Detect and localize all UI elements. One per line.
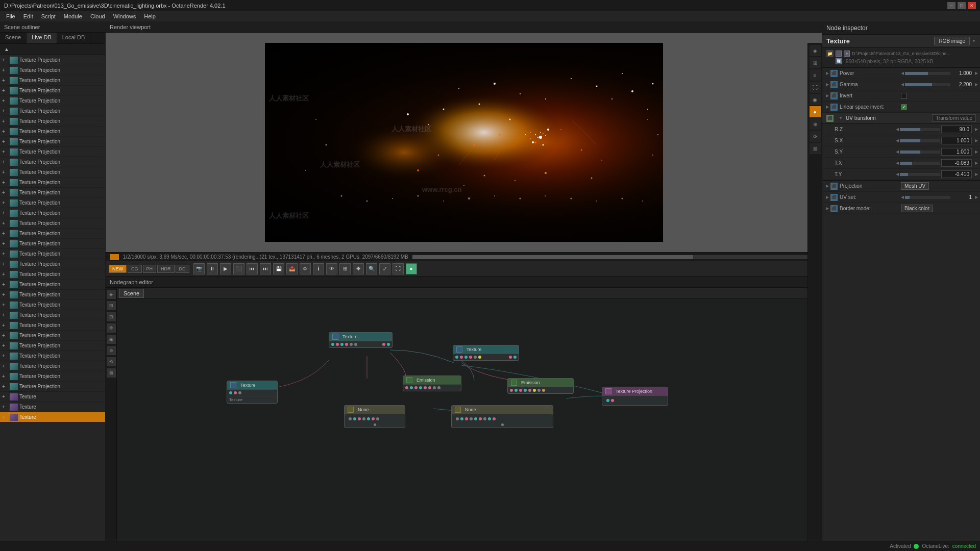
prop-tx-decrease[interactable]: ◀ [896, 161, 899, 165]
prop-sy-increase[interactable]: ▶ [975, 149, 978, 154]
prop-tx-increase[interactable]: ▶ [975, 161, 978, 165]
scene-item-add-16[interactable]: + [2, 220, 8, 226]
file-reload-btn[interactable]: 🔄 [836, 58, 842, 64]
render-btn-fullscreen[interactable]: ⛶ [393, 263, 404, 274]
scene-item-add-21[interactable]: + [2, 271, 8, 277]
rgb-image-dropdown[interactable]: RGB image [934, 37, 970, 45]
render-mode-cg[interactable]: CG [128, 265, 142, 273]
scene-item-18[interactable]: +Texture Projection [0, 239, 105, 249]
node-none1[interactable]: None [344, 405, 405, 428]
prop-bordermode-dropdown[interactable]: Black color [901, 205, 933, 212]
scene-item-add-9[interactable]: + [2, 149, 8, 155]
scene-item-13[interactable]: +Texture Projection [0, 188, 105, 198]
scene-item-1[interactable]: +Texture Projection [0, 65, 105, 76]
prop-power-track[interactable] [905, 72, 950, 75]
scene-item-add-28[interactable]: + [2, 343, 8, 348]
prop-sy-decrease[interactable]: ◀ [896, 149, 899, 154]
render-btn-play[interactable]: ▶ [220, 263, 231, 274]
ng-sidebar-btn-5[interactable]: ◉ [107, 335, 116, 344]
scene-item-add-32[interactable]: + [2, 384, 8, 389]
scene-item-add-18[interactable]: + [2, 241, 8, 246]
menu-help[interactable]: Help [140, 12, 160, 20]
scene-item-add-35[interactable]: + [2, 414, 8, 420]
prop-projection-dropdown[interactable]: Mesh UV [901, 182, 929, 190]
menu-windows[interactable]: Windows [109, 12, 140, 20]
scene-item-25[interactable]: +Texture Projection [0, 310, 105, 320]
menu-script[interactable]: Script [37, 12, 60, 20]
scene-item-33[interactable]: +Texture [0, 392, 105, 402]
menu-module[interactable]: Module [60, 12, 86, 20]
prop-sx-track[interactable] [900, 139, 940, 142]
scene-item-add-15[interactable]: + [2, 210, 8, 216]
scene-item-add-6[interactable]: + [2, 118, 8, 124]
scene-item-28[interactable]: +Texture Projection [0, 341, 105, 351]
node-texproj[interactable]: Texture Projection [602, 387, 668, 406]
scene-item-add-0[interactable]: + [2, 57, 8, 63]
scene-item-2[interactable]: +Texture Projection [0, 76, 105, 86]
menu-file[interactable]: File [2, 12, 19, 20]
prop-bordermode-expand[interactable]: ▶ [824, 206, 830, 212]
scene-item-19[interactable]: +Texture Projection [0, 249, 105, 259]
scene-tool-up[interactable]: ▲ [2, 45, 11, 54]
file-open-btn[interactable]: ▶ [844, 51, 850, 57]
scene-item-31[interactable]: +Texture Projection [0, 371, 105, 382]
prop-power-decrease[interactable]: ◀ [901, 71, 904, 76]
prop-gamma-decrease[interactable]: ◀ [901, 82, 904, 87]
render-mode-new[interactable]: NEW [109, 265, 127, 273]
ng-tab-scene[interactable]: Scene [119, 289, 144, 298]
prop-ty-decrease[interactable]: ◀ [896, 172, 899, 177]
scene-item-add-30[interactable]: + [2, 363, 8, 369]
right-icon-btn-2[interactable]: ⊞ [810, 57, 821, 68]
scene-item-35[interactable]: +Texture [0, 412, 105, 422]
prop-projection-expand[interactable]: ▶ [824, 183, 830, 189]
scene-item-30[interactable]: +Texture Projection [0, 361, 105, 371]
render-mode-dc[interactable]: DC [176, 265, 189, 273]
scene-item-24[interactable]: +Texture Projection [0, 300, 105, 310]
right-icon-btn-8[interactable]: ⟳ [810, 131, 821, 142]
scene-item-add-23[interactable]: + [2, 292, 8, 297]
node-texture2[interactable]: Texture [453, 345, 519, 361]
scene-item-7[interactable]: +Texture Projection [0, 127, 105, 137]
scene-item-add-33[interactable]: + [2, 394, 8, 399]
render-btn-prev[interactable]: ⏮ [247, 263, 258, 274]
right-icon-btn-7[interactable]: ⊕ [810, 118, 821, 130]
prop-rz-increase[interactable]: ▶ [975, 127, 978, 132]
scene-item-add-25[interactable]: + [2, 312, 8, 318]
prop-gamma-expand[interactable]: ▶ [824, 82, 830, 88]
prop-linear-space-expand[interactable]: ▶ [824, 104, 830, 110]
scene-item-10[interactable]: +Texture Projection [0, 157, 105, 167]
scene-list[interactable]: +Texture Projection+Texture Projection+T… [0, 55, 105, 542]
prop-invert-expand[interactable]: ▶ [824, 93, 830, 99]
prop-rz-decrease[interactable]: ◀ [896, 127, 899, 132]
nodegraph-canvas[interactable]: Texture Texture [117, 299, 822, 551]
scene-item-add-4[interactable]: + [2, 98, 8, 104]
scene-item-20[interactable]: +Texture Projection [0, 259, 105, 269]
right-icon-btn-3[interactable]: ≡ [810, 69, 821, 81]
scene-item-6[interactable]: +Texture Projection [0, 116, 105, 127]
right-icon-btn-6-active[interactable]: ● [810, 106, 821, 117]
scene-item-21[interactable]: +Texture Projection [0, 269, 105, 280]
prop-ty-input[interactable] [941, 170, 972, 178]
dropdown-arrow[interactable]: ▼ [972, 39, 976, 43]
ng-sidebar-btn-4[interactable]: ✥ [107, 323, 116, 333]
prop-tx-track[interactable] [900, 162, 940, 165]
scene-item-add-34[interactable]: + [2, 404, 8, 410]
scene-item-add-8[interactable]: + [2, 139, 8, 144]
prop-uvset-increase[interactable]: ▶ [975, 195, 978, 199]
menu-edit[interactable]: Edit [19, 12, 37, 20]
prop-ty-track[interactable] [900, 173, 940, 176]
render-btn-move[interactable]: ✥ [353, 263, 364, 274]
scene-item-add-5[interactable]: + [2, 108, 8, 114]
right-icon-btn-4[interactable]: ⛶ [810, 82, 821, 93]
prop-uvset-expand[interactable]: ▶ [824, 194, 830, 201]
file-browse-btn[interactable]: … [836, 51, 842, 57]
scene-item-add-26[interactable]: + [2, 322, 8, 328]
scene-item-add-2[interactable]: + [2, 78, 8, 83]
scene-item-17[interactable]: +Texture Projection [0, 229, 105, 239]
scene-item-add-22[interactable]: + [2, 282, 8, 287]
render-btn-pause[interactable]: ⏸ [207, 263, 218, 274]
scene-item-9[interactable]: +Texture Projection [0, 147, 105, 157]
prop-gamma-track[interactable] [905, 83, 950, 86]
scene-item-add-24[interactable]: + [2, 302, 8, 308]
prop-power-expand[interactable]: ▶ [824, 70, 830, 77]
